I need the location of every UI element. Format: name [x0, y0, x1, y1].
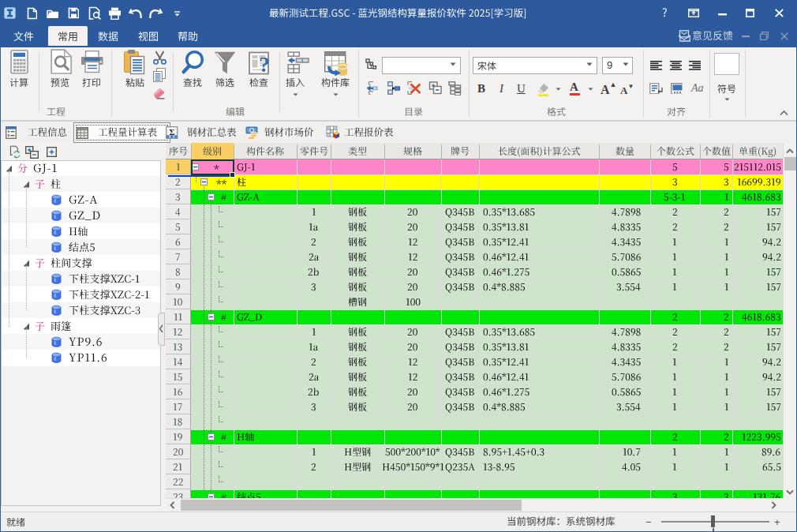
svg-text:Σ: Σ [170, 127, 175, 136]
svg-text:?: ? [259, 52, 270, 76]
